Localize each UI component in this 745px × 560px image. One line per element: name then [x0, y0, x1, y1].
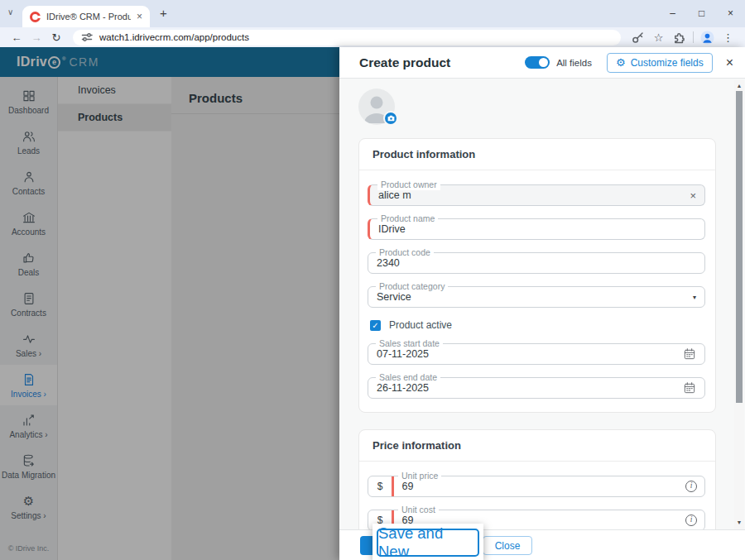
- extensions-icon[interactable]: [669, 31, 690, 44]
- section-fields: $ Unit price 69 i $ Unit cost 69 i: [359, 462, 715, 529]
- unit-price-field[interactable]: $ Unit price 69 i: [368, 476, 705, 497]
- maximize-button[interactable]: □: [687, 0, 716, 27]
- toggle-knob: [539, 58, 548, 67]
- field-value: IDrive: [378, 223, 406, 235]
- customize-fields-button[interactable]: ⚙ Customize fields: [607, 53, 713, 73]
- section-title: Product information: [359, 139, 715, 170]
- browser-tabstrip: ∨ IDrive® CRM - Products × + – □ ×: [0, 0, 745, 27]
- browser-menu-icon[interactable]: ⋮: [718, 31, 738, 44]
- all-fields-label: All fields: [556, 58, 592, 68]
- field-value: 26-11-2025: [377, 382, 429, 394]
- tab-search-icon[interactable]: ∨: [7, 7, 13, 17]
- back-button[interactable]: ←: [7, 31, 26, 44]
- field-label: Product code: [376, 246, 434, 258]
- password-key-icon[interactable]: [627, 31, 648, 44]
- chevron-down-icon: ▾: [693, 294, 696, 301]
- field-value: 69: [394, 481, 414, 492]
- create-product-drawer: Create product All fields ⚙ Customize fi…: [339, 47, 745, 560]
- field-value: alice m: [378, 189, 411, 201]
- field-label: Sales start date: [376, 337, 443, 349]
- site-settings-icon[interactable]: [81, 31, 93, 43]
- window-controls: – □ ×: [658, 0, 745, 27]
- calendar-icon[interactable]: [683, 347, 696, 361]
- toolbar-divider: [693, 31, 694, 43]
- new-tab-button[interactable]: +: [160, 6, 167, 20]
- all-fields-toggle[interactable]: [525, 56, 550, 69]
- bookmark-star-icon[interactable]: ☆: [648, 31, 669, 44]
- drawer-header: Create product All fields ⚙ Customize fi…: [339, 47, 745, 79]
- section-title: Price information: [359, 430, 715, 462]
- minimize-button[interactable]: –: [658, 0, 687, 27]
- currency-prefix: $: [368, 481, 392, 492]
- field-value: 2340: [377, 257, 400, 269]
- price-information-card: Price information $ Unit price 69 i $ Un…: [358, 429, 716, 529]
- site-favicon: [30, 12, 41, 22]
- field-value: Service: [377, 291, 411, 303]
- product-active-row: ✓ Product active: [368, 319, 705, 331]
- drawer-body: Product information Product owner alice …: [339, 79, 745, 529]
- field-label: Product category: [376, 280, 448, 292]
- camera-icon[interactable]: [383, 111, 398, 126]
- drawer-close-icon[interactable]: ×: [726, 55, 733, 70]
- address-bar[interactable]: watch1.idrivecrm.com/app/products: [73, 30, 621, 45]
- drawer-scrollbar[interactable]: ▲ ▼: [734, 80, 744, 529]
- scrollbar-thumb[interactable]: [736, 91, 743, 403]
- toolbar-icons: ☆ ⋮: [627, 31, 738, 45]
- tab-close-icon[interactable]: ×: [137, 11, 142, 22]
- save-and-new-magnifier-popup: Save and New: [372, 524, 483, 560]
- profile-avatar-icon[interactable]: [697, 31, 718, 45]
- customize-fields-label: Customize fields: [631, 57, 704, 69]
- reload-button[interactable]: ↻: [46, 31, 66, 44]
- field-label: Product owner: [377, 179, 440, 190]
- sales-end-date-field[interactable]: Sales end date 26-11-2025: [368, 377, 705, 399]
- tab-title: IDrive® CRM - Products: [46, 12, 131, 22]
- section-fields: Product owner alice m × Product name IDr…: [359, 170, 715, 412]
- forward-button[interactable]: →: [26, 31, 46, 44]
- field-label: Product name: [377, 213, 438, 224]
- product-active-checkbox[interactable]: ✓: [370, 320, 381, 331]
- save-and-new-magnified-label[interactable]: Save and New: [377, 529, 479, 557]
- product-information-card: Product information Product owner alice …: [358, 138, 716, 413]
- product-code-field[interactable]: Product code 2340: [368, 252, 705, 274]
- product-name-field[interactable]: Product name IDrive: [368, 218, 705, 240]
- checkbox-label: Product active: [389, 319, 452, 331]
- sales-start-date-field[interactable]: Sales start date 07-11-2025: [368, 343, 705, 365]
- url-text: watch1.idrivecrm.com/app/products: [99, 32, 249, 42]
- field-value: 07-11-2025: [377, 348, 429, 360]
- product-category-select[interactable]: Product category Service ▾: [368, 286, 705, 308]
- product-image-uploader[interactable]: [358, 89, 395, 125]
- info-icon[interactable]: i: [685, 481, 697, 492]
- product-owner-field[interactable]: Product owner alice m ×: [368, 184, 705, 206]
- field-label: Unit price: [398, 470, 441, 481]
- gear-icon: ⚙: [616, 57, 626, 68]
- info-icon[interactable]: i: [685, 515, 697, 526]
- scroll-up-icon[interactable]: ▲: [734, 83, 744, 89]
- calendar-icon[interactable]: [683, 381, 696, 395]
- browser-tab[interactable]: IDrive® CRM - Products ×: [22, 6, 150, 27]
- scroll-down-icon[interactable]: ▼: [734, 519, 744, 525]
- clear-icon[interactable]: ×: [690, 189, 696, 202]
- browser-toolbar: ← → ↻ watch1.idrivecrm.com/app/products …: [0, 27, 745, 47]
- window-close-button[interactable]: ×: [716, 0, 745, 27]
- field-label: Unit cost: [398, 504, 439, 515]
- close-button[interactable]: Close: [483, 536, 532, 555]
- field-label: Sales end date: [376, 371, 440, 383]
- drawer-title: Create product: [359, 55, 518, 70]
